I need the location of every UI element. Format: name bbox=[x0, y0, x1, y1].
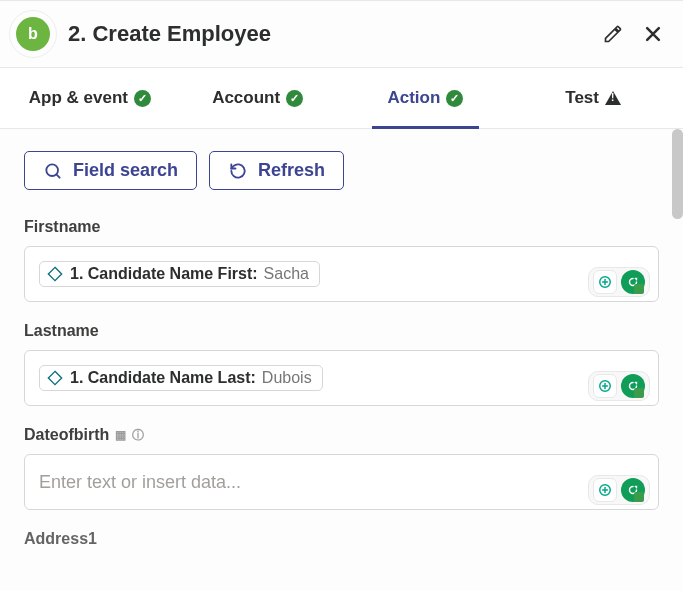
rename-icon[interactable] bbox=[603, 24, 623, 44]
token-value: Dubois bbox=[262, 369, 312, 387]
scrollbar[interactable] bbox=[672, 129, 683, 219]
button-label: Refresh bbox=[258, 160, 325, 181]
helper-badges bbox=[588, 475, 650, 505]
status-dot-icon bbox=[634, 492, 644, 502]
source-app-icon bbox=[46, 369, 64, 387]
token-value: Sacha bbox=[264, 265, 309, 283]
app-icon: b bbox=[16, 17, 50, 51]
step-title: 2. Create Employee bbox=[64, 21, 589, 47]
status-dot-icon bbox=[634, 388, 644, 398]
placeholder-text: Enter text or insert data... bbox=[39, 472, 241, 493]
tab-bar: App & event ✓ Account ✓ Action ✓ Test bbox=[0, 67, 683, 129]
warning-icon bbox=[605, 91, 621, 105]
tab-label: Test bbox=[565, 88, 599, 108]
step-header: b 2. Create Employee bbox=[0, 1, 683, 67]
field-label: Firstname bbox=[24, 218, 659, 236]
field-dateofbirth: Dateofbirth ▦ ⓘ Enter text or insert dat… bbox=[24, 426, 659, 510]
field-search-button[interactable]: Field search bbox=[24, 151, 197, 190]
svg-marker-3 bbox=[48, 371, 61, 384]
mapped-token[interactable]: 1. Candidate Name Last: Dubois bbox=[39, 365, 323, 391]
field-lastname: Lastname 1. Candidate Name Last: Dubois bbox=[24, 322, 659, 406]
insert-data-icon[interactable] bbox=[593, 270, 617, 294]
tab-action[interactable]: Action ✓ bbox=[342, 68, 510, 128]
help-icon[interactable]: ⓘ bbox=[132, 427, 144, 444]
tab-test[interactable]: Test bbox=[509, 68, 677, 128]
field-label-text: Dateofbirth bbox=[24, 426, 109, 444]
lastname-input[interactable]: 1. Candidate Name Last: Dubois bbox=[24, 350, 659, 406]
calendar-icon: ▦ bbox=[115, 428, 126, 442]
field-label-truncated: Address1 bbox=[24, 530, 659, 548]
tab-label: Action bbox=[387, 88, 440, 108]
token-label: 1. Candidate Name Last: bbox=[70, 369, 256, 387]
status-dot-icon bbox=[634, 284, 644, 294]
source-app-icon bbox=[46, 265, 64, 283]
insert-data-icon[interactable] bbox=[593, 478, 617, 502]
tab-label: App & event bbox=[29, 88, 128, 108]
svg-marker-1 bbox=[48, 267, 61, 280]
close-icon[interactable] bbox=[643, 24, 663, 44]
refresh-icon bbox=[228, 161, 248, 181]
token-label: 1. Candidate Name First: bbox=[70, 265, 258, 283]
button-label: Field search bbox=[73, 160, 178, 181]
check-icon: ✓ bbox=[134, 90, 151, 107]
check-icon: ✓ bbox=[446, 90, 463, 107]
helper-badges bbox=[588, 267, 650, 297]
firstname-input[interactable]: 1. Candidate Name First: Sacha bbox=[24, 246, 659, 302]
field-firstname: Firstname 1. Candidate Name First: Sacha bbox=[24, 218, 659, 302]
tab-label: Account bbox=[212, 88, 280, 108]
field-label: Dateofbirth ▦ ⓘ bbox=[24, 426, 659, 444]
action-form: Field search Refresh Firstname 1. Candid… bbox=[0, 129, 683, 555]
check-icon: ✓ bbox=[286, 90, 303, 107]
tab-account[interactable]: Account ✓ bbox=[174, 68, 342, 128]
search-icon bbox=[43, 161, 63, 181]
refresh-button[interactable]: Refresh bbox=[209, 151, 344, 190]
tab-app-event[interactable]: App & event ✓ bbox=[6, 68, 174, 128]
helper-badges bbox=[588, 371, 650, 401]
dateofbirth-input[interactable]: Enter text or insert data... bbox=[24, 454, 659, 510]
mapped-token[interactable]: 1. Candidate Name First: Sacha bbox=[39, 261, 320, 287]
insert-data-icon[interactable] bbox=[593, 374, 617, 398]
field-label: Lastname bbox=[24, 322, 659, 340]
